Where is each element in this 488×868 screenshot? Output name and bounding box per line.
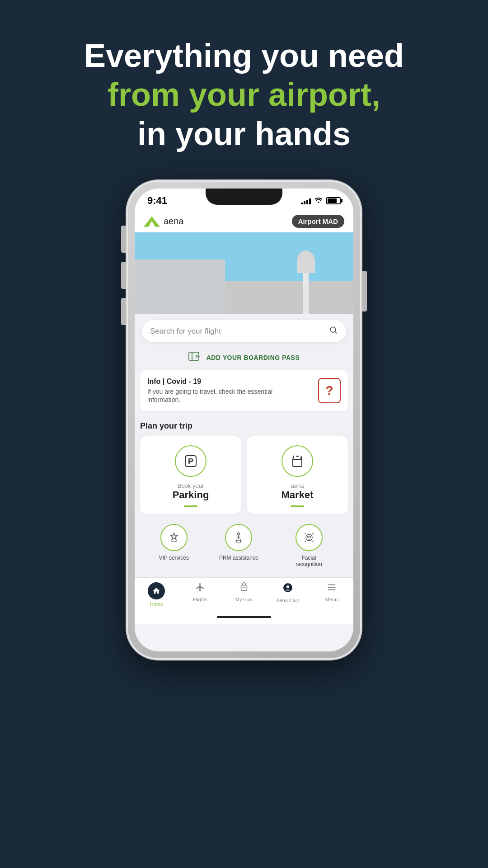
hero-line1: Everything you need	[84, 36, 404, 75]
parking-card[interactable]: P Book your Parking	[140, 436, 241, 514]
mytrips-label: My trips	[235, 597, 253, 602]
vip-service[interactable]: VIP services	[159, 524, 188, 567]
market-underline	[291, 505, 304, 507]
nav-menu[interactable]: Menu	[310, 578, 353, 610]
svg-point-14	[286, 585, 289, 588]
wifi-icon	[314, 197, 323, 205]
covid-card[interactable]: Info | Covid - 19 If you are going to tr…	[140, 370, 348, 411]
search-section: Search for your flight	[135, 314, 353, 345]
plan-title: Plan your trip	[140, 421, 348, 431]
hero-line2: from your airport,	[84, 75, 404, 114]
parking-icon: P	[175, 445, 206, 477]
aena-logo-icon	[144, 215, 160, 228]
boarding-pass-label: ADD YOUR BOARDING PASS	[206, 354, 300, 361]
market-card[interactable]: aena Market	[247, 436, 348, 514]
home-icon	[148, 582, 165, 599]
prm-icon	[225, 524, 252, 551]
hero-section: Everything you need from your airport, i…	[84, 36, 404, 153]
search-placeholder: Search for your flight	[150, 327, 329, 336]
covid-icon: ?	[318, 378, 341, 403]
airport-label: Airport	[298, 217, 321, 225]
svg-point-9	[306, 534, 312, 541]
hero-image	[135, 232, 353, 314]
market-sub: aena	[291, 482, 304, 489]
vip-label: VIP services	[159, 555, 188, 561]
services-row: VIP services PRM assistance	[140, 519, 348, 573]
home-label: Home	[150, 601, 163, 607]
signal-icon	[301, 197, 311, 204]
plan-section: Plan your trip P Book your Parking	[135, 416, 353, 577]
menu-label: Menu	[325, 597, 338, 602]
aenaclub-icon	[282, 582, 293, 596]
search-bar[interactable]: Search for your flight	[142, 320, 346, 342]
nav-aenaclub[interactable]: Aena Club	[266, 578, 310, 610]
phone-screen: 9:41	[135, 189, 353, 651]
prm-service[interactable]: PRM assistance	[219, 524, 258, 567]
svg-rect-6	[293, 459, 302, 467]
boarding-pass-section[interactable]: ADD YOUR BOARDING PASS	[135, 345, 353, 370]
facial-service[interactable]: Facial recognition	[289, 524, 329, 567]
control-tower	[295, 241, 317, 314]
market-icon	[282, 445, 313, 477]
app-header: aena Airport MAD	[135, 210, 353, 232]
terminal-building	[135, 259, 225, 314]
phone-notch	[206, 189, 282, 205]
svg-marker-0	[144, 216, 160, 226]
brand-name: aena	[164, 216, 184, 226]
status-time: 9:41	[147, 195, 167, 207]
nav-home[interactable]: Home	[135, 578, 178, 610]
facial-label: Facial recognition	[289, 555, 329, 567]
home-bar	[217, 616, 271, 618]
parking-underline	[184, 505, 197, 507]
home-indicator	[135, 610, 353, 624]
svg-point-11	[310, 536, 310, 537]
covid-text: Info | Covid - 19 If you are going to tr…	[147, 377, 274, 404]
aenaclub-label: Aena Club	[276, 598, 299, 603]
svg-rect-12	[241, 585, 247, 590]
flights-label: Flights	[193, 597, 207, 602]
airport-code: MAD	[323, 217, 338, 225]
phone-mockup: 9:41	[127, 180, 361, 660]
aena-logo: aena	[144, 215, 184, 228]
boarding-pass-icon	[188, 351, 201, 364]
market-title: Market	[282, 489, 314, 501]
svg-point-10	[307, 536, 308, 537]
menu-icon	[327, 582, 337, 595]
prm-label: PRM assistance	[219, 555, 258, 561]
status-icons	[301, 197, 341, 205]
covid-title: Info | Covid - 19	[147, 377, 274, 386]
search-icon	[329, 326, 338, 337]
nav-flights[interactable]: Flights	[178, 578, 222, 610]
airport-badge[interactable]: Airport MAD	[292, 215, 344, 228]
facial-icon	[296, 524, 323, 551]
svg-line-2	[335, 332, 337, 334]
plan-cards: P Book your Parking	[140, 436, 348, 514]
bottom-nav: Home Flights My trips	[135, 577, 353, 610]
covid-description: If you are going to travel, check the es…	[147, 387, 274, 404]
flights-icon	[195, 582, 205, 595]
svg-point-1	[330, 327, 336, 333]
mytrips-icon	[239, 582, 249, 595]
vip-icon	[160, 524, 188, 551]
hero-line3: in your hands	[84, 114, 404, 153]
svg-text:P: P	[188, 457, 193, 466]
parking-sub: Book your	[178, 482, 204, 489]
nav-mytrips[interactable]: My trips	[222, 578, 266, 610]
svg-point-7	[238, 533, 240, 535]
battery-icon	[326, 197, 341, 204]
parking-title: Parking	[173, 489, 209, 501]
